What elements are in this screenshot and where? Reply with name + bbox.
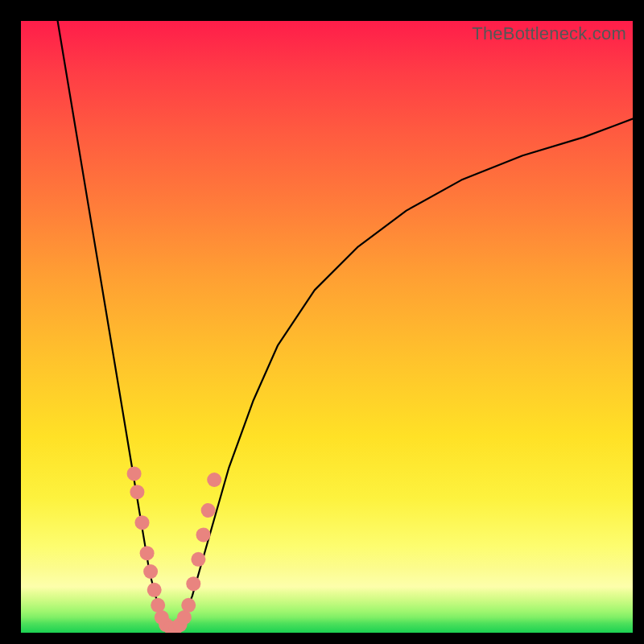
data-marker: [140, 546, 155, 560]
data-marker: [127, 466, 142, 481]
data-marker: [196, 527, 211, 542]
data-marker: [130, 485, 144, 499]
chart-plot-area: TheBottleneck.com: [21, 21, 633, 633]
data-marker: [207, 473, 221, 487]
marker-layer: [21, 21, 633, 633]
data-marker: [135, 515, 150, 530]
data-marker: [181, 598, 196, 613]
data-marker: [151, 598, 165, 613]
data-marker: [143, 564, 158, 579]
chart-frame: TheBottleneck.com: [0, 0, 644, 644]
data-marker: [147, 583, 162, 597]
data-marker: [191, 552, 205, 567]
data-marker: [186, 576, 200, 591]
watermark-label: TheBottleneck.com: [472, 23, 626, 44]
data-marker: [201, 503, 216, 518]
